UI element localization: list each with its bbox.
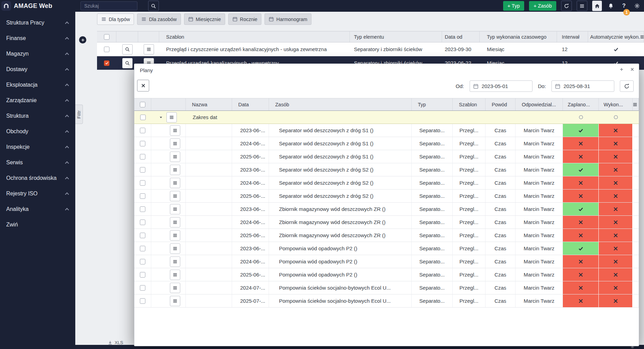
column-header-typ-elementu[interactable]: Typ elementu <box>350 31 442 42</box>
caret-down-icon[interactable] <box>159 115 163 119</box>
home-button[interactable] <box>592 1 602 11</box>
sidebar-item[interactable]: Serwis <box>0 155 75 170</box>
plan-row[interactable]: 2023-06-... Zbiornik magazynowy wód desz… <box>134 203 639 216</box>
select-all-checkbox[interactable] <box>104 34 109 40</box>
add-type-button[interactable]: + Typ <box>503 1 525 11</box>
plan-row-menu-button[interactable] <box>170 138 180 149</box>
column-config-icon[interactable] <box>633 102 637 107</box>
sidebar-item[interactable]: Struktura Pracy <box>0 15 75 30</box>
plan-row[interactable]: 2024-07-... Pompownia ścieków socjalno-b… <box>134 281 639 294</box>
plan-row-checkbox[interactable] <box>140 272 145 278</box>
sidebar-item[interactable]: Ochrona środowiska <box>0 170 75 186</box>
plan-row[interactable]: 2025-06-... Zbiornik magazynowy wód desz… <box>134 229 639 242</box>
sidebar-item[interactable]: Struktura <box>0 108 75 124</box>
plan-row-menu-button[interactable] <box>170 125 180 136</box>
column-config-icon[interactable] <box>640 35 644 39</box>
plan-row-checkbox[interactable] <box>140 220 145 225</box>
tab-harmonogram[interactable]: Harmonogram <box>265 13 311 25</box>
plan-row-menu-button[interactable] <box>170 243 180 254</box>
plan-row-menu-button[interactable] <box>170 256 180 267</box>
plan-row-checkbox[interactable] <box>140 233 145 238</box>
sidebar-item[interactable]: Inspekcje <box>0 139 75 155</box>
plan-row-checkbox[interactable] <box>140 298 145 304</box>
search-button[interactable] <box>148 1 159 11</box>
plan-row-checkbox[interactable] <box>140 154 145 159</box>
sidebar-item[interactable]: Zarządzanie <box>0 93 75 108</box>
group-menu-button[interactable] <box>166 112 177 123</box>
sidebar-item[interactable]: Obchody <box>0 124 75 139</box>
filter-tab[interactable]: Filtr <box>75 105 83 124</box>
plan-row[interactable]: 2024-06-... Separator wód deszczowych z … <box>134 176 639 190</box>
row-preview-button[interactable] <box>122 58 133 68</box>
row-menu-button[interactable] <box>144 44 154 55</box>
plan-row[interactable]: 2025-06-... Separator wód deszczowych z … <box>134 190 639 203</box>
search-input[interactable] <box>80 1 137 10</box>
tab-dla-zasobow[interactable]: Dla zasobów <box>137 13 181 25</box>
plan-row[interactable]: 2023-06-... Separator wód deszczowych z … <box>134 163 639 176</box>
plan-row[interactable]: 2025-06-... Separator wód deszczowych z … <box>134 150 639 163</box>
column-header-typ[interactable]: Typ <box>412 98 453 110</box>
plan-row-menu-button[interactable] <box>170 230 180 241</box>
tab-rocznie[interactable]: Rocznie <box>228 13 262 25</box>
main-menu-button[interactable] <box>577 1 587 11</box>
add-resource-button[interactable]: + Zasób <box>529 1 556 11</box>
column-header-auto[interactable]: Automatycznie wykon. <box>588 31 644 42</box>
notifications-button[interactable] <box>607 1 615 11</box>
column-header-wykonano[interactable]: Wykon... <box>599 98 633 110</box>
plan-row-checkbox[interactable] <box>140 285 145 291</box>
tab-dla-typow[interactable]: Dla typów <box>97 13 134 25</box>
sidebar-item[interactable]: Analityka <box>0 201 75 217</box>
plan-row-menu-button[interactable] <box>170 191 180 201</box>
column-header-data[interactable]: Data <box>232 98 269 110</box>
quick-add-button[interactable] <box>78 36 87 44</box>
column-header-zaplanowano[interactable]: Zaplano... <box>563 98 599 110</box>
plan-row-checkbox[interactable] <box>140 259 145 264</box>
column-header-szablon[interactable]: Szablon <box>453 98 486 110</box>
sidebar-item[interactable]: Finanse <box>0 30 75 46</box>
sidebar-collapse-button[interactable]: Zwiń <box>0 217 75 232</box>
plan-row[interactable]: 2023-06-... Pompownia wód opadowych P2 (… <box>134 242 639 255</box>
column-header-szablon[interactable]: Szablon <box>159 31 350 42</box>
column-header-powod[interactable]: Powód <box>486 98 516 110</box>
sidebar-item[interactable]: Magazyn <box>0 46 75 61</box>
plan-row-menu-button[interactable] <box>170 178 180 188</box>
settings-button[interactable] <box>633 1 641 11</box>
row-checkbox[interactable] <box>104 47 109 52</box>
column-header-zasob[interactable]: Zasób <box>269 98 412 110</box>
group-row[interactable]: Zakres dat <box>134 111 639 124</box>
column-header-odpowiedzialny[interactable]: Odpowiedzial... <box>516 98 563 110</box>
plan-row[interactable]: 2023-06-... Separator wód deszczowych z … <box>134 124 639 137</box>
modal-close-button[interactable] <box>137 80 149 91</box>
table-row[interactable]: Przegląd i czyszczenie urządzeń kanaliza… <box>97 42 644 56</box>
plan-row-checkbox[interactable] <box>140 246 145 251</box>
plan-row-checkbox[interactable] <box>140 141 145 146</box>
plan-row-checkbox[interactable] <box>140 180 145 186</box>
export-xls-button[interactable]: XLS <box>108 340 123 345</box>
plan-row[interactable]: 2024-06-... Separator wód deszczowych z … <box>134 137 639 150</box>
maximize-icon[interactable] <box>619 67 624 71</box>
plan-row-menu-button[interactable] <box>170 270 180 280</box>
date-from-input[interactable]: 2023-05-01 <box>470 80 532 92</box>
refresh-button[interactable] <box>561 1 572 11</box>
row-preview-button[interactable] <box>122 44 133 55</box>
sidebar-item[interactable]: Dostawy <box>0 61 75 77</box>
plan-row[interactable]: 2025-07-... Pompownia ścieków socjalno-b… <box>134 294 639 308</box>
column-header-interwal[interactable]: Interwał <box>557 31 588 42</box>
row-checkbox-checked[interactable] <box>104 60 109 66</box>
plan-row-checkbox[interactable] <box>140 167 145 173</box>
plan-row-checkbox[interactable] <box>140 206 145 212</box>
tab-miesiecznie[interactable]: Miesięcznie <box>184 13 225 25</box>
column-header-nazwa[interactable]: Nazwa <box>186 98 232 110</box>
select-all-checkbox[interactable] <box>140 102 145 107</box>
column-header-typ-wykonania[interactable]: Typ wykonania czasowego <box>480 31 557 42</box>
group-checkbox[interactable] <box>140 115 146 120</box>
date-to-input[interactable]: 2025-08-31 <box>551 80 614 92</box>
plan-row[interactable]: 2024-06-... Zbiornik magazynowy wód desz… <box>134 216 639 229</box>
plan-row-menu-button[interactable] <box>170 204 180 214</box>
close-icon[interactable] <box>630 67 634 71</box>
plan-row-menu-button[interactable] <box>170 165 180 175</box>
plan-row-menu-button[interactable] <box>170 152 180 162</box>
plan-row-menu-button[interactable] <box>170 283 180 293</box>
modal-refresh-button[interactable] <box>620 80 634 92</box>
plan-row-menu-button[interactable] <box>170 296 180 306</box>
